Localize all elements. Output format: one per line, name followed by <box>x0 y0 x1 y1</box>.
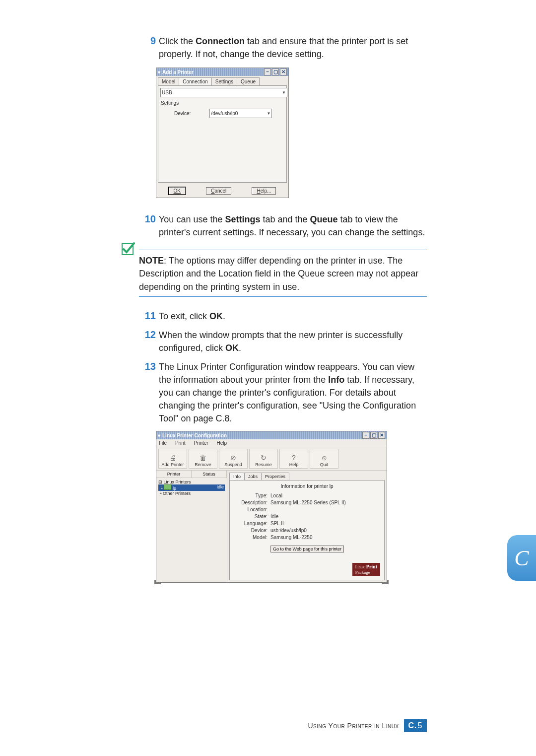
ok-label: OK <box>174 188 181 194</box>
logo-small: Linux <box>355 565 365 569</box>
kv-desc-k: Description: <box>233 500 268 505</box>
menu-help[interactable]: Help <box>216 440 227 446</box>
page-badge: C.5 <box>404 719 427 732</box>
add-printer-titlebar: ▾ Add a Printer – ▢ ✕ <box>156 68 288 76</box>
kv-type-k: Type: <box>233 493 268 498</box>
step-9-number: 9 <box>139 35 159 47</box>
step-10-number: 10 <box>139 213 159 225</box>
device-label: Device: <box>174 111 191 116</box>
tool-remove[interactable]: 🗑Remove <box>189 449 217 469</box>
tool-resume[interactable]: ↻Resume <box>249 449 278 469</box>
menu-printer[interactable]: Printer <box>194 440 208 446</box>
device-combo[interactable]: /dev/usb/lp0 ▼ <box>209 109 272 118</box>
note-body-text: : The options may differ depending on th… <box>139 256 418 291</box>
close-icon[interactable]: ✕ <box>378 432 385 439</box>
kv-lang-k: Language: <box>233 521 268 526</box>
connection-panel: USB ▼ Settings Device: /dev/usb/lp0 ▼ <box>158 85 287 183</box>
note-label: NOTE <box>139 256 164 266</box>
suspend-icon: ⊘ <box>230 454 236 461</box>
step-9-text: Click the Connection tab and ensure that… <box>159 35 427 61</box>
appendix-letter: C <box>514 546 529 571</box>
menu-print[interactable]: Print <box>175 440 186 446</box>
kv-desc-v: Samsung ML-2250 Series (SPL II) <box>270 500 346 505</box>
col-printer: Printer <box>156 471 192 478</box>
logo-big1: Print <box>366 564 377 569</box>
settings-fieldset-label: Settings <box>161 100 284 106</box>
footer: Using Your Printer in Linux C.5 <box>308 719 427 732</box>
rtab-props[interactable]: Properties <box>261 473 289 480</box>
tab-queue[interactable]: Queue <box>237 77 260 85</box>
tree-lp-selected[interactable]: └ lp Idle <box>158 484 225 491</box>
connection-type-combo[interactable]: USB ▼ <box>160 88 287 97</box>
printer-icon: 🖨 <box>169 454 176 461</box>
tree-linux-printers[interactable]: ⊟ Linux Printers <box>158 480 225 484</box>
kv-state-v: Idle <box>270 514 278 519</box>
maximize-icon[interactable]: ▢ <box>370 432 377 439</box>
tool-quit-label: Quit <box>320 462 329 467</box>
step-11-pre: To exit, click <box>159 311 209 321</box>
tool-remove-label: Remove <box>195 462 211 467</box>
tree-lp-status: Idle <box>216 484 224 491</box>
step-11-bold: OK <box>209 311 223 321</box>
note-block: NOTE: The options may differ depending o… <box>139 250 427 296</box>
note-rule-top <box>139 250 427 250</box>
tool-quit[interactable]: ⎋Quit <box>310 449 338 469</box>
tool-add-printer[interactable]: 🖨Add Printer <box>158 449 187 469</box>
add-printer-buttons: OK Cancel Help... <box>156 184 288 198</box>
tab-model[interactable]: Model <box>158 77 179 85</box>
add-printer-tabs: Model Connection Settings Queue <box>156 76 288 85</box>
step-10: 10 You can use the Settings tab and the … <box>139 213 427 239</box>
print-package-logo: LinuxPrintPackage <box>352 563 380 576</box>
tool-add-label: Add Printer <box>161 462 184 467</box>
step-13-number: 13 <box>139 360 159 372</box>
step-9: 9 Click the Connection tab and ensure th… <box>139 35 427 61</box>
minimize-icon[interactable]: – <box>264 69 271 75</box>
rtab-jobs[interactable]: Jobs <box>244 473 262 480</box>
page-badge-letter: C. <box>408 721 417 730</box>
ok-button[interactable]: OK <box>169 187 186 195</box>
kv-loc-k: Location: <box>233 507 268 512</box>
tree-linux-printers-label: Linux Printers <box>164 480 191 484</box>
maximize-icon[interactable]: ▢ <box>272 69 279 75</box>
tab-connection[interactable]: Connection <box>179 77 212 85</box>
kv-dev-v: usb:/dev/usb/lp0 <box>270 528 307 533</box>
page-badge-num: 5 <box>418 721 422 730</box>
close-icon[interactable]: ✕ <box>280 69 287 75</box>
tool-help[interactable]: ?Help <box>279 449 308 469</box>
menu-file[interactable]: File <box>159 440 167 446</box>
note-text: NOTE: The options may differ depending o… <box>139 254 427 293</box>
tool-help-label: Help <box>289 462 299 467</box>
help-button[interactable]: Help... <box>252 187 276 195</box>
step-10-pre: You can use the <box>159 214 225 224</box>
tool-resume-label: Resume <box>255 462 272 467</box>
tool-suspend[interactable]: ⊘Suspend <box>219 449 248 469</box>
printer-small-icon <box>164 484 171 490</box>
step-11-text: To exit, click OK. <box>159 310 427 323</box>
tree-lp-name: lp <box>173 486 176 491</box>
go-web-page-button[interactable]: Go to the Web page for this printer <box>270 546 344 552</box>
checkmark-icon <box>119 241 136 258</box>
rtab-info[interactable]: Info <box>229 473 245 480</box>
titlebar-arrow-icon: ▾ <box>158 69 160 75</box>
add-printer-window: ▾ Add a Printer – ▢ ✕ Model Connection S… <box>156 68 289 198</box>
note-rule-bottom <box>139 296 427 297</box>
col-status: Status <box>192 471 227 478</box>
resume-icon: ↻ <box>261 454 267 461</box>
cancel-button[interactable]: Cancel <box>206 187 231 195</box>
footer-text: Using Your Printer in Linux <box>308 722 399 730</box>
kv-state-k: State: <box>233 514 268 519</box>
tab-settings[interactable]: Settings <box>211 77 237 85</box>
minimize-icon[interactable]: – <box>362 432 369 439</box>
appendix-side-tab: C <box>507 535 536 581</box>
step-12-number: 12 <box>139 329 159 341</box>
info-title: Information for printer lp <box>233 483 381 489</box>
help-label: Help... <box>257 188 271 194</box>
step-12-pre: When the window prompts that the new pri… <box>159 330 402 353</box>
step-11: 11 To exit, click OK. <box>139 310 427 323</box>
printer-tree-panel: Printer Status ⊟ Linux Printers └ lp Idl… <box>156 471 227 582</box>
step-9-pre: Click the <box>159 36 196 46</box>
connection-type-value: USB <box>162 90 172 95</box>
lpc-toolbar: 🖨Add Printer 🗑Remove ⊘Suspend ↻Resume ?H… <box>156 447 387 471</box>
tree-other-printers[interactable]: └ Other Printers <box>158 491 225 496</box>
resize-corner-right-icon <box>532 754 536 756</box>
